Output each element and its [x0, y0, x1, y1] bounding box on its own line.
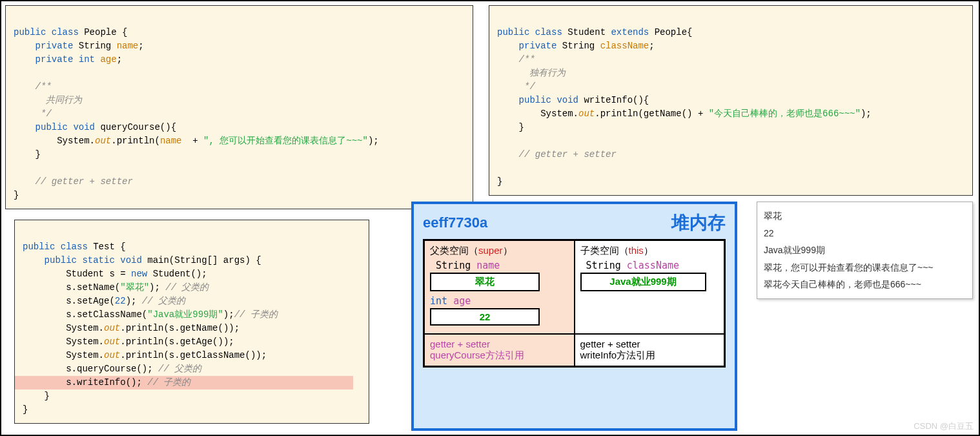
- child-methods: getter + setter writeInfo方法引用: [575, 334, 725, 366]
- watermark: CSDN @白豆五: [914, 420, 974, 432]
- highlighted-line: s.writeInfo(); // 子类的: [15, 376, 353, 389]
- parent-methods: getter + setter queryCourse方法引用: [424, 334, 575, 366]
- code-people: public class People { private String nam…: [5, 5, 473, 209]
- console-output: 翠花 22 Java就业999期 翠花，您可以开始查看您的课表信息了~~~ 翠花…: [757, 202, 973, 299]
- name-value: 翠花: [430, 273, 540, 291]
- object-grid: 父类空间（super） String name 翠花 int age 22 子类…: [423, 239, 726, 368]
- classname-value: Java就业999期: [580, 273, 706, 291]
- code-test: public class Test { public static void m…: [14, 220, 369, 424]
- child-space: 子类空间（this） String className Java就业999期: [575, 240, 725, 334]
- parent-space: 父类空间（super） String name 翠花 int age 22: [424, 240, 575, 334]
- age-value: 22: [430, 308, 540, 326]
- heap-diagram: eeff7730a 堆内存 父类空间（super） String name 翠花…: [411, 202, 737, 431]
- heap-address: eeff7730a: [423, 214, 487, 231]
- code-student: public class Student extends People{ pri…: [489, 5, 973, 196]
- heap-title: 堆内存: [671, 211, 726, 235]
